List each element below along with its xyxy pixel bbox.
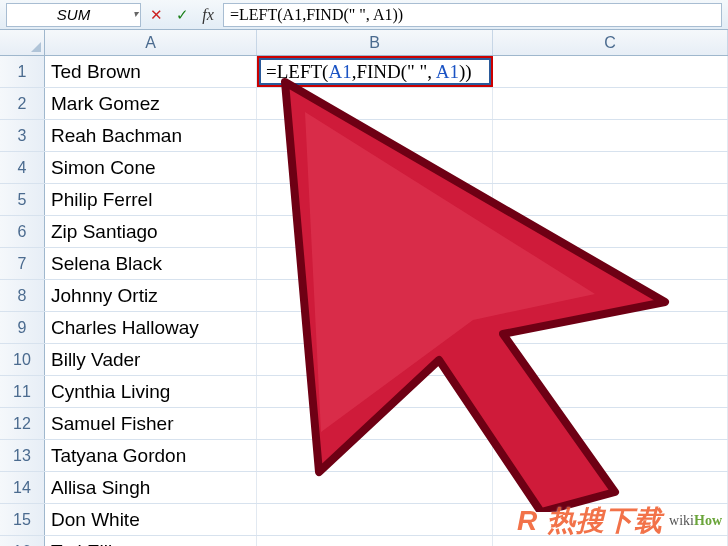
active-cell[interactable]: =LEFT(A1,FIND(" ", A1)) <box>257 56 493 87</box>
cell[interactable] <box>257 376 493 407</box>
row-header[interactable]: 10 <box>0 344 45 375</box>
table-row: 1Ted Brown=LEFT(A1,FIND(" ", A1)) <box>0 56 728 88</box>
name-box-value: SUM <box>57 6 90 23</box>
cell[interactable]: Ted Brown <box>45 56 257 87</box>
cell[interactable] <box>257 344 493 375</box>
row-header[interactable]: 2 <box>0 88 45 119</box>
row-header[interactable]: 12 <box>0 408 45 439</box>
formula-text: =LEFT(A1,FIND(" ", A1)) <box>230 6 403 24</box>
row-header[interactable]: 13 <box>0 440 45 471</box>
cell[interactable]: Philip Ferrel <box>45 184 257 215</box>
cell-formula: =LEFT(A1,FIND(" ", A1)) <box>266 61 472 83</box>
cell[interactable] <box>257 88 493 119</box>
cell[interactable] <box>257 280 493 311</box>
cell[interactable] <box>257 408 493 439</box>
cell[interactable] <box>493 216 728 247</box>
cell[interactable]: Cynthia Living <box>45 376 257 407</box>
formula-input[interactable]: =LEFT(A1,FIND(" ", A1)) <box>223 3 722 27</box>
cell[interactable]: Simon Cone <box>45 152 257 183</box>
select-all-corner[interactable] <box>0 30 45 55</box>
cell[interactable]: Samuel Fisher <box>45 408 257 439</box>
row-header[interactable]: 4 <box>0 152 45 183</box>
cell[interactable] <box>493 376 728 407</box>
cell[interactable]: Zip Santiago <box>45 216 257 247</box>
column-header-row: A B C <box>0 30 728 56</box>
row-header[interactable]: 11 <box>0 376 45 407</box>
row-header[interactable]: 1 <box>0 56 45 87</box>
column-header-B[interactable]: B <box>257 30 493 55</box>
cancel-icon[interactable]: ✕ <box>145 4 167 26</box>
cell[interactable] <box>257 248 493 279</box>
row-header[interactable]: 6 <box>0 216 45 247</box>
cell[interactable] <box>257 472 493 503</box>
cell[interactable] <box>257 536 493 546</box>
cell[interactable] <box>257 216 493 247</box>
row-header[interactable]: 16 <box>0 536 45 546</box>
cell[interactable] <box>493 248 728 279</box>
table-row: 11Cynthia Living <box>0 376 728 408</box>
cell[interactable] <box>257 120 493 151</box>
cell[interactable] <box>257 184 493 215</box>
watermark: R 热搜下载 wikiHow <box>517 502 722 540</box>
cell[interactable]: Tatyana Gordon <box>45 440 257 471</box>
watermark-cn: R 热搜下载 <box>517 502 663 540</box>
cell[interactable] <box>493 152 728 183</box>
formula-bar: SUM ▾ ✕ ✓ fx =LEFT(A1,FIND(" ", A1)) <box>0 0 728 30</box>
cell[interactable] <box>493 440 728 471</box>
table-row: 8Johnny Ortiz <box>0 280 728 312</box>
cell[interactable]: Billy Vader <box>45 344 257 375</box>
row-header[interactable]: 7 <box>0 248 45 279</box>
table-row: 2Mark Gomez <box>0 88 728 120</box>
cell[interactable] <box>257 504 493 535</box>
cell[interactable]: Selena Black <box>45 248 257 279</box>
table-row: 7Selena Black <box>0 248 728 280</box>
row-header[interactable]: 3 <box>0 120 45 151</box>
table-row: 13Tatyana Gordon <box>0 440 728 472</box>
cell[interactable] <box>493 120 728 151</box>
cell[interactable] <box>493 280 728 311</box>
table-row: 9Charles Halloway <box>0 312 728 344</box>
table-row: 3Reah Bachman <box>0 120 728 152</box>
cell[interactable] <box>493 56 728 87</box>
cell[interactable] <box>257 312 493 343</box>
row-header[interactable]: 9 <box>0 312 45 343</box>
enter-icon[interactable]: ✓ <box>171 4 193 26</box>
cell[interactable]: Don White <box>45 504 257 535</box>
cell[interactable] <box>257 440 493 471</box>
watermark-wikihow: wikiHow <box>669 513 722 529</box>
table-row: 14Allisa Singh <box>0 472 728 504</box>
row-header[interactable]: 5 <box>0 184 45 215</box>
cell[interactable]: Tori Ellis <box>45 536 257 546</box>
table-row: 10Billy Vader <box>0 344 728 376</box>
column-header-A[interactable]: A <box>45 30 257 55</box>
row-header[interactable]: 15 <box>0 504 45 535</box>
dropdown-icon[interactable]: ▾ <box>133 8 138 19</box>
spreadsheet-grid: A B C 1Ted Brown=LEFT(A1,FIND(" ", A1))2… <box>0 30 728 546</box>
cell[interactable] <box>493 312 728 343</box>
cell[interactable] <box>493 344 728 375</box>
table-row: 5Philip Ferrel <box>0 184 728 216</box>
column-header-C[interactable]: C <box>493 30 728 55</box>
table-row: 4Simon Cone <box>0 152 728 184</box>
table-row: 12Samuel Fisher <box>0 408 728 440</box>
row-header[interactable]: 14 <box>0 472 45 503</box>
cell[interactable]: Reah Bachman <box>45 120 257 151</box>
cell[interactable] <box>493 408 728 439</box>
table-row: 6Zip Santiago <box>0 216 728 248</box>
cell[interactable]: Johnny Ortiz <box>45 280 257 311</box>
cell[interactable] <box>257 152 493 183</box>
cell[interactable]: Charles Halloway <box>45 312 257 343</box>
cell[interactable]: Allisa Singh <box>45 472 257 503</box>
cell[interactable]: Mark Gomez <box>45 88 257 119</box>
fx-icon[interactable]: fx <box>197 4 219 26</box>
cell[interactable] <box>493 88 728 119</box>
row-header[interactable]: 8 <box>0 280 45 311</box>
cell[interactable] <box>493 184 728 215</box>
cell[interactable] <box>493 472 728 503</box>
name-box[interactable]: SUM ▾ <box>6 3 141 27</box>
